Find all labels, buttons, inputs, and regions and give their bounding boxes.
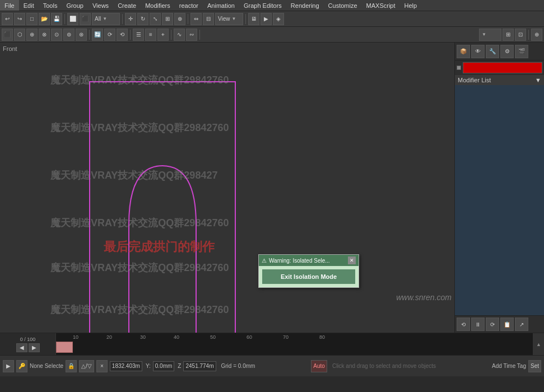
rp-bottom-btn3[interactable]: ⟳ (486, 318, 499, 331)
tb2-btn10[interactable]: ⟲ (117, 29, 128, 41)
menu-reactor[interactable]: reactor (175, 0, 203, 11)
menu-customize[interactable]: Customize (324, 0, 362, 11)
rp-display-btn[interactable]: 👁 (471, 45, 485, 58)
sep5 (89, 30, 90, 40)
tb2-btn6[interactable]: ⊚ (63, 29, 75, 41)
y-label: Y: (146, 363, 151, 369)
rp-bottom-btn5[interactable]: ↗ (515, 318, 528, 331)
align-button[interactable]: ⊟ (203, 13, 214, 25)
menu-rendering[interactable]: Rendering (286, 0, 324, 11)
material-editor-button[interactable]: ◈ (273, 13, 284, 25)
status-bar: ▶ 🔑 None Selecte 🔒 △/▽ × 1832.403m Y: 0.… (0, 355, 544, 376)
tb2-btn11[interactable]: ☰ (133, 29, 144, 41)
render-button[interactable]: 🖥 (248, 13, 259, 25)
chevron-down-icon: ▼ (103, 16, 107, 21)
tb2-btn1[interactable]: ⬛ (2, 29, 13, 41)
warning-title-text: Warning: Isolated Sele... (269, 258, 330, 264)
move-button[interactable]: ✛ (125, 13, 136, 25)
tb2-btn9[interactable]: ⟳ (104, 29, 115, 41)
snap-toggle-button[interactable]: ⊕ (174, 13, 185, 25)
rp-motion-btn[interactable]: 🎬 (515, 45, 528, 58)
color-swatch[interactable] (463, 62, 542, 73)
tb2-right1[interactable]: ⊞ (503, 29, 514, 41)
tb2-btn2[interactable]: ⬡ (14, 29, 25, 41)
color-row (455, 60, 544, 75)
timeline-key-frame (56, 342, 73, 353)
menu-file[interactable]: File (0, 0, 19, 11)
save-button[interactable]: 💾 (51, 13, 62, 25)
view-dropdown2[interactable]: ▼ (479, 29, 501, 41)
rp-scene-btn[interactable]: 📦 (457, 45, 470, 58)
selection-dropdown[interactable]: All ▼ (92, 13, 120, 25)
view-label: View (218, 16, 230, 22)
menu-help[interactable]: Help (400, 0, 422, 11)
exit-isolation-button[interactable]: Exit Isolation Mode (262, 269, 355, 284)
view-dropdown[interactable]: View ▼ (215, 13, 243, 25)
timeline-range: 0 / 100 (20, 337, 36, 342)
right-panel-bottom: ⟲ ⏸ ⟳ 📋 ↗ (455, 315, 544, 333)
warning-close-button[interactable]: ✕ (348, 256, 356, 264)
z-input[interactable]: 2451.774m (183, 361, 216, 371)
menu-create[interactable]: Create (113, 0, 141, 11)
viewport[interactable]: Front 魔天制造VRAY技术交流QQ群29842760 魔天制造VRAY技术… (0, 43, 454, 333)
add-time-tag-text: Add Time Tag (492, 363, 526, 369)
tb2-btn13[interactable]: ⌖ (157, 29, 169, 41)
set-button[interactable]: Set (528, 360, 541, 372)
rp-bottom-btn1[interactable]: ⟲ (457, 318, 470, 331)
tb2-btn4[interactable]: ⊗ (39, 29, 50, 41)
menu-maxscript[interactable]: MAXScript (362, 0, 400, 11)
scale-type-button[interactable]: ⊞ (162, 13, 173, 25)
sep8 (199, 30, 200, 40)
warning-icon: ⚠ (262, 258, 267, 264)
tb2-right3[interactable]: ⊕ (531, 29, 542, 41)
timeline-num-40: 40 (174, 334, 179, 340)
tb2-btn12[interactable]: ≡ (145, 29, 156, 41)
select-region-button[interactable]: ⬛ (80, 13, 91, 25)
timeline-num-20: 20 (106, 334, 112, 340)
timeline-track[interactable]: 10 20 30 40 50 60 70 80 (56, 333, 533, 355)
lock-button[interactable]: 🔒 (66, 360, 77, 372)
render-type-button[interactable]: ▶ (261, 13, 272, 25)
timeline-next-btn[interactable]: ▶ (29, 343, 40, 352)
sep3 (188, 14, 188, 24)
menu-graph-editors[interactable]: Graph Editors (239, 0, 286, 11)
mirror-button[interactable]: ⇔ (190, 13, 202, 25)
menu-modifiers[interactable]: Modifiers (141, 0, 175, 11)
auto-key-button[interactable]: Auto (311, 360, 327, 372)
timeline-expand[interactable]: ▲ (533, 333, 544, 355)
rp-tools-btn[interactable]: 🔧 (486, 45, 499, 58)
status-key-btn[interactable]: 🔑 (16, 360, 27, 372)
modifier-list-header[interactable]: Modifier List ▼ (455, 75, 544, 85)
help-text: Click and drag to select and move object… (332, 363, 436, 369)
tb2-btn5[interactable]: ⊙ (51, 29, 62, 41)
warning-body: Exit Isolation Mode (259, 266, 359, 287)
tb2-right2[interactable]: ⊡ (515, 29, 526, 41)
select-object-button[interactable]: ⬜ (67, 13, 78, 25)
timeline-prev-btn[interactable]: ◀ (16, 343, 27, 352)
abs-rel-button[interactable]: △/▽ (79, 360, 94, 372)
redo-button[interactable]: ↪ (14, 13, 25, 25)
tb2-btn8[interactable]: 🔄 (92, 29, 103, 41)
scale-button[interactable]: ⤡ (150, 13, 161, 25)
menu-tools[interactable]: Tools (39, 0, 62, 11)
tb2-btn3[interactable]: ⊕ (26, 29, 38, 41)
tb2-btn7[interactable]: ⊛ (76, 29, 87, 41)
menu-edit[interactable]: Edit (19, 0, 39, 11)
menu-views[interactable]: Views (88, 0, 113, 11)
transform-type-btn[interactable]: × (96, 360, 108, 372)
rp-bottom-btn4[interactable]: 📋 (500, 318, 514, 331)
y-input[interactable]: 0.0mm (153, 361, 175, 371)
tb2-btn15[interactable]: ∾ (186, 29, 197, 41)
x-input[interactable]: 1832.403m (110, 361, 142, 371)
rp-hierarchy-btn[interactable]: ⚙ (500, 45, 514, 58)
menu-group[interactable]: Group (62, 0, 88, 11)
open-button[interactable]: 📂 (39, 13, 50, 25)
status-anim-btn[interactable]: ▶ (3, 360, 14, 372)
rotate-button[interactable]: ↻ (137, 13, 148, 25)
menu-animation[interactable]: Animation (203, 0, 239, 11)
grid-text: Grid = 0.0mm (221, 363, 255, 369)
undo-button[interactable]: ↩ (2, 13, 13, 25)
rp-bottom-btn2[interactable]: ⏸ (471, 318, 485, 331)
new-scene-button[interactable]: □ (26, 13, 38, 25)
tb2-btn14[interactable]: ∿ (174, 29, 185, 41)
